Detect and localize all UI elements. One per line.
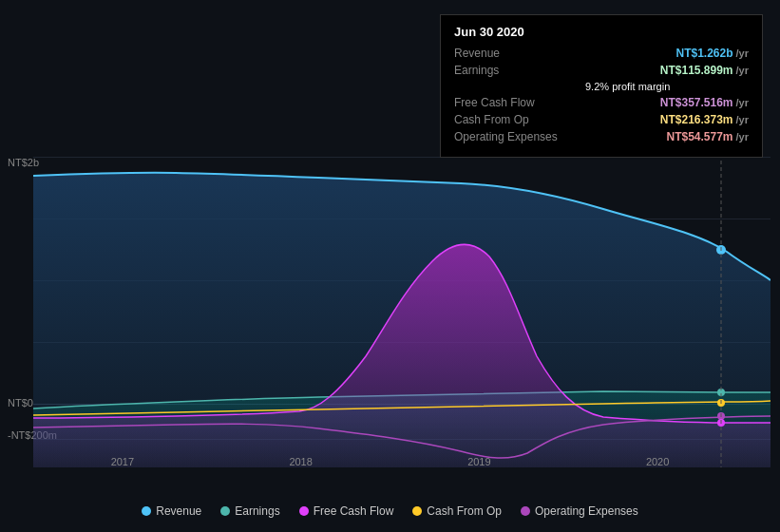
tooltip-row-cashop: Cash From Op NT$216.373m/yr (454, 113, 749, 126)
tooltip-row-opex: Operating Expenses NT$54.577m/yr (454, 130, 749, 143)
legend-fcf[interactable]: Free Cash Flow (299, 504, 394, 518)
legend-label-revenue: Revenue (156, 504, 201, 518)
legend-label-opex: Operating Expenses (535, 504, 638, 518)
legend-revenue[interactable]: Revenue (142, 504, 201, 518)
legend-dot-opex (521, 506, 530, 516)
tooltip-margin: 9.2% profit margin (585, 81, 749, 92)
legend-label-earnings: Earnings (235, 504, 279, 518)
y-label-zero: NT$0 (8, 397, 33, 408)
legend-opex[interactable]: Operating Expenses (521, 504, 638, 518)
tooltip-label-fcf: Free Cash Flow (454, 96, 578, 109)
legend-dot-earnings (220, 506, 230, 516)
legend-dot-revenue (142, 506, 151, 516)
x-label-2018: 2018 (289, 456, 312, 467)
chart-legend: Revenue Earnings Free Cash Flow Cash Fro… (0, 504, 780, 518)
x-label-2020: 2020 (646, 456, 669, 467)
tooltip-label-revenue: Revenue (454, 47, 578, 60)
tooltip-value-fcf: NT$357.516m/yr (660, 96, 749, 109)
x-labels: 2017 2018 2019 2020 (0, 456, 780, 467)
tooltip-value-earnings: NT$115.899m/yr (660, 64, 749, 77)
legend-dot-cashop (412, 506, 422, 516)
tooltip-label-cashop: Cash From Op (454, 113, 578, 126)
tooltip-label-earnings: Earnings (454, 64, 578, 77)
chart-container: NT$2b NT$0 -NT$200m (0, 0, 780, 532)
legend-label-fcf: Free Cash Flow (314, 504, 394, 518)
legend-dot-fcf (299, 506, 309, 516)
tooltip-date: Jun 30 2020 (454, 25, 749, 39)
tooltip-value-opex: NT$54.577m/yr (666, 130, 749, 143)
tooltip-row-earnings: Earnings NT$115.899m/yr (454, 64, 749, 77)
chart-svg (33, 147, 770, 467)
legend-label-cashop: Cash From Op (427, 504, 502, 518)
x-label-2017: 2017 (111, 456, 134, 467)
tooltip-row-revenue: Revenue NT$1.262b/yr (454, 47, 749, 60)
x-label-2019: 2019 (467, 456, 490, 467)
legend-cashop[interactable]: Cash From Op (412, 504, 502, 518)
legend-earnings[interactable]: Earnings (220, 504, 279, 518)
tooltip-value-cashop: NT$216.373m/yr (660, 113, 749, 126)
tooltip-row-fcf: Free Cash Flow NT$357.516m/yr (454, 96, 749, 109)
tooltip: Jun 30 2020 Revenue NT$1.262b/yr Earning… (440, 14, 763, 158)
tooltip-value-revenue: NT$1.262b/yr (676, 47, 750, 60)
tooltip-label-opex: Operating Expenses (454, 130, 578, 143)
